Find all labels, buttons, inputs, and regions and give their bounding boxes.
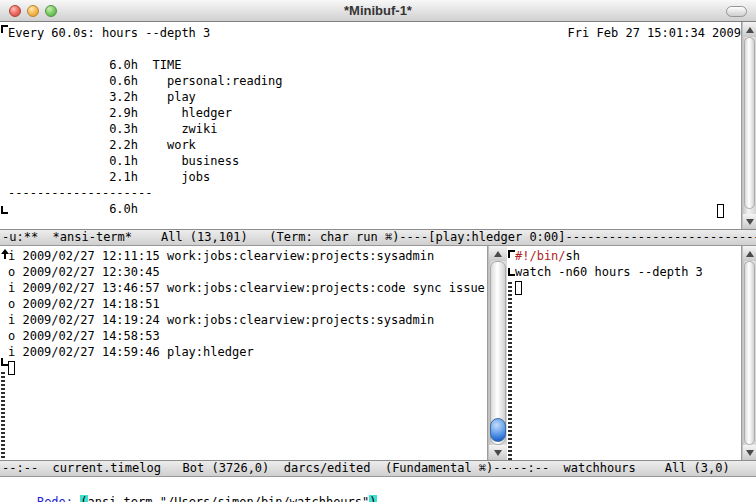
modeline-timelog: --:-- current.timelog Bot (3726,0) darcs… [0,460,511,477]
scrollbar-thumb[interactable] [744,261,755,445]
hollow-cursor [8,361,15,375]
scroll-up-arrow-icon[interactable] [489,246,507,261]
scroll-up-arrow-icon[interactable] [743,22,756,37]
watchhours-buffer[interactable]: #!/bin/sh watch -n60 hours --depth 3 [515,246,741,460]
hollow-cursor [515,281,522,295]
title-bar[interactable]: *Minibuf-1* [0,0,756,22]
scrollbar-thumb[interactable] [744,37,755,209]
report-line: 6.0h [8,201,741,217]
watch-header: Every 60.0s: hours --depth 3 Fri Feb 27 … [8,25,741,41]
report-line: 0.6h personal:reading [8,73,741,89]
scroll-down-arrow-icon[interactable] [743,445,756,460]
paren-match-close-cursor: ) [369,495,376,502]
report-line: 2.2h work [8,137,741,153]
timelog-entry: o 2009/02/27 14:18:51 [8,296,487,312]
timelog-entry: o 2009/02/27 12:30:45 [8,264,487,280]
modeline-watchhours: --:-- watchhours All (3,0) [511,460,756,477]
fringe-bottom-angle-icon [1,206,8,214]
timelog-buffer[interactable]: i 2009/02/27 12:11:15 work:jobs:clearvie… [0,246,487,460]
minibuffer[interactable]: Redo: (ansi-term "/Users/simon/bin/watch… [0,477,756,502]
script-line: watch -n60 hours --depth 3 [515,264,741,280]
scroll-down-arrow-icon[interactable] [743,214,756,229]
report-line: 6.0h TIME [8,57,741,73]
timelog-entry: o 2009/02/27 14:58:53 [8,328,487,344]
scroll-up-arrow-icon[interactable] [743,246,756,261]
timelog-entry: i 2009/02/27 14:19:24 work:jobs:clearvie… [8,312,487,328]
report-line: 0.1h business [8,153,741,169]
watch-timestamp: Fri Feb 27 15:01:34 2009 [568,25,741,41]
scrollbar-watch[interactable] [741,22,756,229]
report-line: -------------------- [8,185,741,201]
emacs-window: *Minibuf-1* Every 60.0s: hours --depth 3… [0,0,756,502]
shebang-text: #!/bin/ [515,249,566,263]
ansi-term-buffer[interactable]: Every 60.0s: hours --depth 3 Fri Feb 27 … [0,22,741,229]
fringe-bottom-angle-icon [1,358,8,366]
report-line: 2.9h hledger [8,105,741,121]
interpreter-text: sh [566,249,580,263]
timelog-entry: i 2009/02/27 12:11:15 work:jobs:clearvie… [8,248,487,264]
modeline-ansi-term: -u:** *ansi-term* All (13,101) (Term: ch… [0,229,756,246]
timelog-entry: i 2009/02/27 13:46:57 work:jobs:clearvie… [8,280,487,296]
fringe-bottom-angle-icon [508,268,515,276]
minibuffer-command: ansi-term "/Users/simon/bin/watchhours" [88,495,370,502]
scrollbar-timelog[interactable] [487,246,507,460]
fringe-top-angle-icon [1,25,8,33]
scroll-down-arrow-icon[interactable] [489,445,507,460]
scrollbar-watchhours[interactable] [741,246,756,460]
report-line: 3.2h play [8,89,741,105]
fringe-top-angle-icon [508,250,515,258]
timelog-entry: i 2009/02/27 14:59:46 play:hledger [8,344,487,360]
paren-match-open: ( [80,495,87,502]
minibuffer-prompt: Redo: [37,495,80,502]
hollow-cursor [717,204,724,218]
fringe-up-arrow-icon [1,249,10,260]
empty-lines-indicator [1,372,5,459]
watch-command: Every 60.0s: hours --depth 3 [8,25,210,41]
report-line: 0.3h zwiki [8,121,741,137]
scrollbar-thumb[interactable] [490,418,506,442]
empty-lines-indicator [508,282,512,477]
report-line [8,41,741,57]
script-shebang-line: #!/bin/sh [515,248,741,264]
report-line: 2.1h jobs [8,169,741,185]
window-title: *Minibuf-1* [0,3,756,18]
toolbar-toggle-button[interactable] [726,6,747,17]
